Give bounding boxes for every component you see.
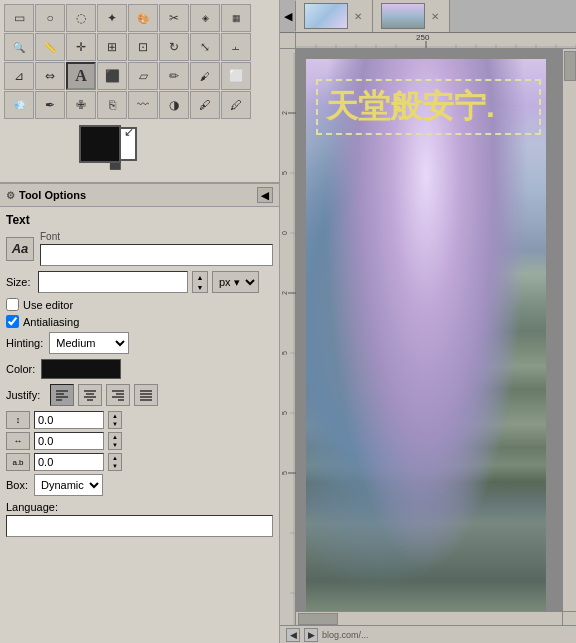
letter-spacing-row: ↔ ▲ ▼ — [6, 432, 273, 450]
tab-nav-left[interactable]: ◀ — [280, 1, 296, 31]
canvas-viewport[interactable]: 天堂般安宁. — [296, 49, 576, 625]
box-row: Box: Dynamic Fixed — [6, 474, 273, 496]
size-spinner[interactable]: ▲ ▼ — [192, 271, 208, 293]
svg-text:2: 2 — [281, 291, 288, 295]
airbrush-tool[interactable]: 💨 — [4, 91, 34, 119]
tab-1-close[interactable]: ✕ — [352, 10, 364, 22]
font-option-row: Aa Font Sans — [6, 231, 273, 266]
zoom-tool[interactable]: 🔍 — [4, 33, 34, 61]
box-select[interactable]: Dynamic Fixed — [34, 474, 103, 496]
foreground-color[interactable] — [79, 125, 121, 163]
status-text: blog.com/... — [322, 630, 369, 640]
justify-left-button[interactable] — [50, 384, 74, 406]
svg-text:0: 0 — [281, 231, 288, 235]
rect-select-tool[interactable]: ▭ — [4, 4, 34, 32]
color-picker2-tool[interactable]: 🖊 — [221, 91, 251, 119]
justify-fill-button[interactable] — [134, 384, 158, 406]
ink-tool[interactable]: ✒ — [35, 91, 65, 119]
fuzzy-select-tool[interactable]: ✦ — [97, 4, 127, 32]
canvas-image — [306, 59, 546, 625]
move-tool[interactable]: ✛ — [66, 33, 96, 61]
line-spacing-spinner[interactable]: ▲ ▼ — [108, 411, 122, 429]
spinner-up[interactable]: ▲ — [193, 272, 207, 282]
tab-2-close[interactable]: ✕ — [429, 10, 441, 22]
collapse-button[interactable]: ◀ — [257, 187, 273, 203]
language-input[interactable]: Chinese — [6, 515, 273, 537]
ruler-top-marks: 250 — [296, 33, 576, 48]
tool-options-header: ⚙ Tool Options ◀ — [0, 184, 279, 207]
flip-tool[interactable]: ⇔ — [35, 62, 65, 90]
font-input[interactable]: Sans — [40, 244, 273, 266]
line-spacing-up[interactable]: ▲ — [109, 412, 121, 420]
antialiasing-checkbox[interactable] — [6, 315, 19, 328]
justify-right-button[interactable] — [106, 384, 130, 406]
status-nav-right[interactable]: ▶ — [304, 628, 318, 642]
tool-options-icon: ⚙ — [6, 190, 15, 201]
scrollbar-thumb-vertical[interactable] — [564, 51, 576, 81]
antialiasing-row: Antialiasing — [6, 315, 273, 328]
smudge-tool[interactable]: 〰 — [128, 91, 158, 119]
foreground-select-tool[interactable]: ◈ — [190, 4, 220, 32]
text-tool[interactable]: A — [66, 62, 96, 90]
color-section: ↙ ⬛ — [4, 123, 275, 178]
font-label: Font — [40, 231, 273, 242]
paths-tool[interactable]: 🖋 — [190, 91, 220, 119]
shear-tool[interactable]: ⫠ — [221, 33, 251, 61]
dodge-burn-tool[interactable]: ◑ — [159, 91, 189, 119]
swap-colors-icon[interactable]: ↙ — [124, 125, 134, 139]
scale-tool[interactable]: ⤡ — [190, 33, 220, 61]
ruler-ticks-svg — [296, 33, 576, 48]
canvas-area: 2 5 0 2 5 5 5 — [280, 49, 576, 625]
unit-select[interactable]: px ▾ in mm pt — [212, 271, 259, 293]
ruler-top: 250 — [280, 33, 576, 49]
free-select-tool[interactable]: ◌ — [66, 4, 96, 32]
heal-tool[interactable]: ✙ — [66, 91, 96, 119]
justify-label: Justify: — [6, 389, 46, 401]
baseline-down[interactable]: ▼ — [109, 462, 121, 470]
paintbrush-tool[interactable]: 🖌 — [190, 62, 220, 90]
status-nav-left[interactable]: ◀ — [286, 628, 300, 642]
scrollbar-thumb-horizontal[interactable] — [298, 613, 338, 625]
pencil-tool[interactable]: ✏ — [159, 62, 189, 90]
blend-tool[interactable]: ▱ — [128, 62, 158, 90]
baseline-spinner[interactable]: ▲ ▼ — [108, 453, 122, 471]
letter-spacing-input[interactable] — [34, 432, 104, 450]
text-overlay[interactable]: 天堂般安宁. — [316, 79, 541, 135]
perspective-tool[interactable]: ⊿ — [4, 62, 34, 90]
use-editor-checkbox[interactable] — [6, 298, 19, 311]
scrollbar-vertical[interactable] — [562, 49, 576, 611]
color-select-tool[interactable]: 🎨 — [128, 4, 158, 32]
baseline-input[interactable] — [34, 453, 104, 471]
clone-tool[interactable]: ⎘ — [97, 91, 127, 119]
color-picker-tool[interactable]: ▦ — [221, 4, 251, 32]
ellipse-select-tool[interactable]: ○ — [35, 4, 65, 32]
letter-spacing-icon: ↔ — [6, 432, 30, 450]
line-spacing-icon: ↕ — [6, 411, 30, 429]
ruler-left: 2 5 0 2 5 5 5 — [280, 49, 296, 625]
ruler-left-svg: 2 5 0 2 5 5 5 — [280, 53, 296, 625]
use-editor-label: Use editor — [23, 299, 73, 311]
crop-tool[interactable]: ⊡ — [128, 33, 158, 61]
eraser-tool[interactable]: ⬜ — [221, 62, 251, 90]
line-spacing-down[interactable]: ▼ — [109, 420, 121, 428]
measure-tool[interactable]: 📏 — [35, 33, 65, 61]
tab-2[interactable]: ✕ — [373, 0, 450, 32]
size-input[interactable]: 18 — [38, 271, 188, 293]
color-swatch[interactable] — [41, 359, 121, 379]
scissors-tool[interactable]: ✂ — [159, 4, 189, 32]
tab-1[interactable]: ✕ — [296, 0, 373, 32]
hinting-select[interactable]: Medium None Slight Full — [49, 332, 129, 354]
scrollbar-horizontal[interactable] — [296, 611, 562, 625]
color-label: Color: — [6, 363, 35, 375]
spinner-down[interactable]: ▼ — [193, 282, 207, 292]
letter-spacing-spinner[interactable]: ▲ ▼ — [108, 432, 122, 450]
status-controls: ◀ ▶ blog.com/... — [286, 628, 369, 642]
letter-spacing-up[interactable]: ▲ — [109, 433, 121, 441]
justify-center-button[interactable] — [78, 384, 102, 406]
baseline-up[interactable]: ▲ — [109, 454, 121, 462]
letter-spacing-down[interactable]: ▼ — [109, 441, 121, 449]
line-spacing-input[interactable] — [34, 411, 104, 429]
align-tool[interactable]: ⊞ — [97, 33, 127, 61]
rotate-tool[interactable]: ↻ — [159, 33, 189, 61]
bucket-fill-tool[interactable]: ⬛ — [97, 62, 127, 90]
